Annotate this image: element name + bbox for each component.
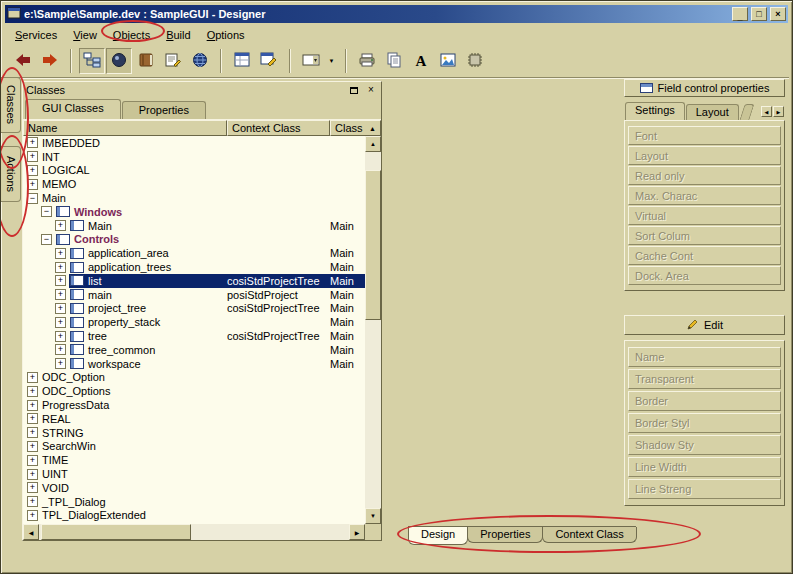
horizontal-scrollbar[interactable]: ◀ ▶ [23,524,365,540]
property-button-name[interactable]: Name [628,347,781,367]
property-button-border[interactable]: Border [628,391,781,411]
property-button-font[interactable]: Font [628,126,781,145]
tree-row[interactable]: Controls [23,233,365,247]
dock-tab-actions[interactable]: Actions [1,146,21,202]
property-button-sort-column[interactable]: Sort Colum [628,226,781,245]
scroll-down-button[interactable]: ▼ [365,508,381,524]
expander-icon[interactable] [27,496,38,507]
property-button-line-width[interactable]: Line Width [628,457,781,477]
scroll-left-button[interactable]: ◀ [23,524,39,540]
combo-field-button[interactable] [298,48,324,74]
expander-icon[interactable] [27,510,38,521]
property-button-border-style[interactable]: Border Styl [628,413,781,433]
tab-properties[interactable]: Properties [467,527,543,543]
tab-layout[interactable]: Layout [686,104,739,120]
tree-row[interactable]: TIME [23,453,365,467]
column-header-class[interactable]: Class▲ [330,120,381,136]
window-grid-button[interactable] [229,48,255,74]
class-hierarchy-button[interactable] [79,48,105,74]
tree-row[interactable]: application_areaMain [23,246,365,260]
tree-row[interactable]: STRING [23,426,365,440]
tree-row[interactable]: ODC_Options [23,384,365,398]
property-button-cache-content[interactable]: Cache Cont [628,246,781,265]
expander-icon[interactable] [27,413,38,424]
tree-row[interactable]: mainposiStdProjectMain [23,288,365,302]
expander-icon[interactable] [27,469,38,480]
back-button[interactable] [10,48,36,74]
hscroll-thumb[interactable] [41,524,191,540]
expander-icon[interactable] [27,427,38,438]
expander-icon[interactable] [55,331,66,342]
expander-icon[interactable] [41,206,52,217]
expander-icon[interactable] [27,482,38,493]
property-button-line-strength[interactable]: Line Streng [628,479,781,499]
menu-options[interactable]: Options [200,26,252,44]
expander-icon[interactable] [55,303,66,314]
tree-row[interactable]: LOGICAL [23,164,365,178]
tree-row[interactable]: MEMO [23,177,365,191]
expander-icon[interactable] [27,400,38,411]
expander-icon[interactable] [27,386,38,397]
expander-icon[interactable] [55,317,66,328]
tree-row[interactable]: workspaceMain [23,357,365,371]
font-button[interactable]: A [408,48,434,74]
vertical-scrollbar[interactable]: ▲ ▼ [365,136,381,524]
globe-button[interactable] [187,48,213,74]
column-header-name[interactable]: Name [23,120,227,136]
combo-dropdown-button[interactable]: ▼ [325,48,338,74]
tree-row[interactable]: property_stackMain [23,315,365,329]
tab-settings[interactable]: Settings [625,102,685,120]
expander-icon[interactable] [55,262,66,273]
dock-tab-classes[interactable]: Classes [1,77,21,133]
tree-row[interactable]: INT [23,150,365,164]
expander-icon[interactable] [27,179,38,190]
tree-row-selected[interactable]: listcosiStdProjectTreeMain [23,274,365,288]
hscroll-track[interactable] [39,524,349,540]
tree-row[interactable]: ODC_Option [23,371,365,385]
property-button-shadow-style[interactable]: Shadow Sty [628,435,781,455]
tab-gui-classes[interactable]: GUI Classes [25,99,121,119]
tree-row[interactable]: MainMain [23,219,365,233]
menu-view[interactable]: View [66,26,104,44]
copy-button[interactable] [381,48,407,74]
tree-row[interactable]: TPL_DialogExtended [23,509,365,523]
tab-scroll-right-button[interactable]: ▶ [773,106,784,117]
vscroll-track[interactable] [365,152,381,508]
expander-icon[interactable] [27,455,38,466]
tab-scroll-left-button[interactable]: ◀ [761,106,772,117]
panel-close-button[interactable]: × [364,84,378,96]
expander-icon[interactable] [55,358,66,369]
expander-icon[interactable] [55,275,66,286]
tree-row[interactable]: _TPL_Dialog [23,495,365,509]
property-button-transparent[interactable]: Transparent [628,369,781,389]
tree-row[interactable]: UINT [23,467,365,481]
tab-properties-panel[interactable]: Properties [122,101,206,119]
property-button-dock-area[interactable]: Dock. Area [628,266,781,285]
expander-icon[interactable] [27,193,38,204]
tree-row[interactable]: SearchWin [23,440,365,454]
expander-icon[interactable] [55,344,66,355]
expander-icon[interactable] [27,441,38,452]
column-header-context-class[interactable]: Context Class [227,120,330,136]
tree-row[interactable]: tree_commonMain [23,343,365,357]
edit-button[interactable]: Edit [624,315,785,335]
tree-row[interactable]: treecosiStdProjectTreeMain [23,329,365,343]
property-button-layout[interactable]: Layout [628,146,781,165]
form-edit-button[interactable] [160,48,186,74]
expander-icon[interactable] [27,165,38,176]
close-button[interactable]: × [770,7,786,21]
expander-icon[interactable] [27,372,38,383]
property-button-virtual[interactable]: Virtual [628,206,781,225]
expander-icon[interactable] [55,220,66,231]
expander-icon[interactable] [27,151,38,162]
tab-context-class[interactable]: Context Class [542,527,636,543]
menu-services[interactable]: Services [8,26,64,44]
tree-row[interactable]: Windows [23,205,365,219]
tree-row[interactable]: project_treecosiStdProjectTreeMain [23,302,365,316]
tree-row[interactable]: VOID [23,481,365,495]
float-button[interactable] [347,84,361,96]
menu-build[interactable]: Build [159,26,197,44]
field-control-properties-button[interactable]: Field control properties [624,79,785,97]
component-button[interactable] [462,48,488,74]
maximize-button[interactable]: □ [751,7,767,21]
